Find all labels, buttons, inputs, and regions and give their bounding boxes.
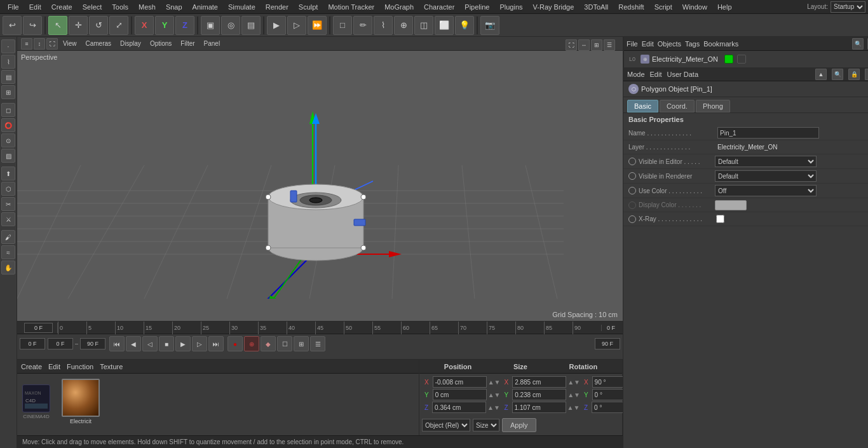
lft-knife[interactable]: ⚔ (1, 212, 15, 226)
move-tool[interactable]: ✛ (69, 16, 88, 35)
viewport-3d[interactable]: Perspective (17, 51, 623, 321)
cloner-btn[interactable]: ⊕ (394, 16, 413, 35)
mat-function-menu[interactable]: Function (67, 363, 93, 370)
menu-redshift[interactable]: Redshift (613, 2, 649, 12)
vp-panel-menu[interactable]: Panel (200, 39, 224, 48)
next-frame-btn[interactable]: ▷ (192, 336, 207, 351)
size-x-arrow[interactable]: ▲▼ (567, 379, 580, 386)
stop-btn[interactable]: ■ (159, 336, 174, 351)
ob-objects-menu[interactable]: Objects (658, 40, 681, 48)
pos-z-arrow[interactable]: ▲▼ (487, 404, 500, 411)
lft-edges[interactable]: ⌇ (1, 55, 15, 69)
lft-loop[interactable]: ⭕ (1, 118, 15, 132)
ob-search-btn[interactable]: 🔍 (852, 38, 864, 50)
axis-y-btn[interactable]: Y (155, 16, 174, 35)
first-frame-btn[interactable]: ⏮ (109, 336, 125, 351)
pos-x-arrow[interactable]: ▲▼ (488, 379, 501, 386)
lft-grab[interactable]: ✋ (1, 261, 15, 275)
vis-renderer-radio-icon[interactable] (628, 172, 636, 180)
play-btn[interactable]: ▶ (175, 336, 191, 351)
prop-xray-checkbox[interactable] (716, 215, 724, 223)
menu-mograph[interactable]: MoGraph (379, 2, 419, 12)
ipr-btn[interactable]: ⏩ (308, 16, 327, 35)
menu-vray[interactable]: V-Ray Bridge (528, 2, 580, 12)
menu-select[interactable]: Select (78, 2, 107, 12)
record-btn[interactable]: ● (227, 336, 243, 351)
timeline-start-frame[interactable] (24, 323, 53, 333)
prop-vis-editor-select[interactable]: Default (715, 156, 817, 167)
tab-basic[interactable]: Basic (627, 100, 658, 112)
mode-btn[interactable]: Mode (627, 71, 645, 78)
menu-3dtoall[interactable]: 3DToAll (579, 2, 613, 12)
prop-vis-renderer-select[interactable]: Default (715, 170, 817, 182)
menu-tools[interactable]: Tools (107, 2, 133, 12)
vp-cameras-menu[interactable]: Cameras (82, 39, 116, 48)
mat-texture-menu[interactable]: Texture (100, 363, 123, 370)
ob-item-color[interactable] (724, 55, 733, 64)
ob-bookmarks-menu[interactable]: Bookmarks (703, 40, 738, 48)
edit-btn[interactable]: Edit (650, 71, 662, 78)
lft-cut[interactable]: ✂ (1, 197, 15, 211)
light-btn[interactable]: 💡 (455, 16, 474, 35)
display-color-radio-icon[interactable] (628, 201, 636, 209)
material-btn[interactable]: ◫ (414, 16, 433, 35)
size-z-arrow[interactable]: ▲▼ (567, 404, 580, 411)
lft-sculpt[interactable]: 🖌 (1, 230, 15, 244)
tl-extra-3[interactable]: ☰ (310, 336, 325, 351)
menu-simulate[interactable]: Simulate (223, 2, 261, 12)
ob-tags-menu[interactable]: Tags (685, 40, 700, 48)
prop-name-input[interactable] (717, 127, 819, 139)
menu-animate[interactable]: Animate (187, 2, 223, 12)
ob-item-electricity[interactable]: L0 ⊕ Electricity_Meter_ON (627, 53, 868, 65)
menu-sculpt[interactable]: Sculpt (294, 2, 323, 12)
frame-range-start[interactable] (48, 338, 73, 350)
menu-window[interactable]: Window (677, 2, 712, 12)
material-item[interactable]: Electricit (62, 379, 100, 424)
menu-motion-tracker[interactable]: Motion Tracker (323, 2, 379, 12)
size-z-input[interactable] (512, 402, 566, 413)
menu-script[interactable]: Script (649, 2, 677, 12)
vp-tb-4[interactable]: ☰ (604, 39, 615, 51)
menu-character[interactable]: Character (419, 2, 459, 12)
render-btn[interactable]: ▷ (287, 16, 306, 35)
vis-editor-radio-icon[interactable] (628, 158, 636, 165)
prop-use-color-select[interactable]: Off (715, 185, 817, 196)
texture-mode-btn[interactable]: ▤ (241, 16, 261, 35)
menu-file[interactable]: File (3, 2, 24, 12)
camera-btn[interactable]: 📷 (480, 16, 499, 35)
vp-filter-menu[interactable]: Filter (177, 39, 198, 48)
current-frame-input[interactable] (20, 338, 45, 350)
vp-expand[interactable]: ⛶ (46, 38, 58, 50)
menu-snap[interactable]: Snap (161, 2, 187, 12)
size-x-input[interactable] (512, 376, 566, 388)
menu-help[interactable]: Help (712, 2, 737, 12)
axis-x-btn[interactable]: X (135, 16, 154, 35)
model-mode-btn[interactable]: ▣ (201, 16, 220, 35)
floor-btn[interactable]: ⬜ (435, 16, 454, 35)
size-y-arrow[interactable]: ▲▼ (567, 391, 580, 398)
render-view-btn[interactable]: ▶ (267, 16, 286, 35)
undo-btn[interactable]: ↩ (3, 16, 22, 35)
vp-view-menu[interactable]: View (59, 39, 81, 48)
ob-edit-menu[interactable]: Edit (642, 40, 654, 48)
tab-phong[interactable]: Phong (696, 100, 730, 112)
max-frame-input[interactable] (595, 338, 620, 350)
tab-coord[interactable]: Coord. (660, 100, 695, 112)
pos-x-input[interactable] (433, 376, 487, 388)
apply-button[interactable]: Apply (502, 418, 536, 432)
prev-frame-btn[interactable]: ◀ (126, 336, 141, 351)
vp-arrows[interactable]: ↕ (34, 38, 45, 50)
lft-ring[interactable]: ⊙ (1, 133, 15, 147)
menu-edit[interactable]: Edit (24, 2, 46, 12)
lft-extrude[interactable]: ⬆ (1, 166, 15, 180)
display-color-swatch[interactable] (715, 200, 747, 210)
menu-render[interactable]: Render (261, 2, 294, 12)
vp-tb-1[interactable]: ⛶ (566, 39, 577, 51)
lft-smooth[interactable]: ≈ (1, 245, 15, 259)
lft-uvw[interactable]: ⊞ (1, 85, 15, 99)
menu-plugins[interactable]: Plugins (494, 2, 527, 12)
scale-tool[interactable]: ⤢ (109, 16, 128, 35)
vp-options-menu[interactable]: Options (146, 39, 175, 48)
object-mode-btn[interactable]: ◎ (221, 16, 240, 35)
redo-btn[interactable]: ↪ (23, 16, 42, 35)
